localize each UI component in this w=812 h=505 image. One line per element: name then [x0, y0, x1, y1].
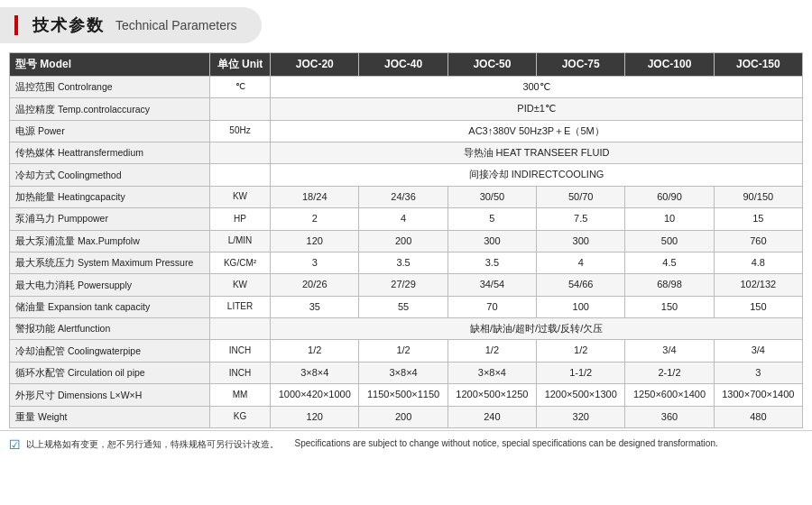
table-row: 最大系统压力 System Maximum PressureKG/CM²33.5…: [10, 252, 803, 273]
table-row: 泵浦马力 PumppowerHP2457.51015: [10, 208, 803, 230]
row-5-val-0: 18/24: [271, 186, 359, 207]
row-unit-2: 50Hz: [209, 120, 270, 142]
row-label-2: 电源 Power: [10, 120, 210, 142]
row-unit-4: [209, 164, 270, 186]
row-15-val-3: 320: [537, 406, 625, 427]
row-12-val-4: 3/4: [625, 340, 714, 362]
row-label-10: 储油量 Expansion tank capacity: [10, 296, 210, 317]
row-15-val-4: 360: [625, 406, 714, 427]
row-9-val-0: 20/26: [271, 274, 359, 296]
row-label-3: 传热媒体 Heattransfermedium: [10, 142, 210, 163]
row-7-val-0: 120: [271, 230, 359, 252]
row-unit-10: LITER: [209, 296, 270, 317]
row-9-val-5: 102/132: [714, 274, 802, 296]
table-row: 警报功能 Alertfunction缺相/缺油/超时/过载/反转/欠压: [10, 318, 803, 340]
row-6-val-0: 2: [271, 208, 359, 230]
row-span-3: 导热油 HEAT TRANSEER FLUID: [271, 142, 803, 163]
row-6-val-5: 15: [714, 208, 802, 230]
row-label-15: 重量 Weight: [10, 406, 210, 427]
table-row: 温控范围 Controlrange℃300℃: [10, 76, 803, 97]
table-row: 温控精度 Temp.controlaccuracyPID±1℃: [10, 98, 803, 120]
row-label-5: 加热能量 Heatingcapacity: [10, 186, 210, 207]
footer-note: ☑ 以上规格如有变更，恕不另行通知，特殊规格可另行设计改造。 Specifica…: [0, 430, 812, 459]
table-row: 加热能量 HeatingcapacityKW18/2424/3630/5050/…: [10, 186, 803, 207]
row-5-val-3: 50/70: [537, 186, 625, 207]
col-JOC-40: JOC-40: [359, 53, 448, 77]
row-label-13: 循环水配管 Circulation oil pipe: [10, 362, 210, 383]
row-13-val-1: 3×8×4: [359, 362, 448, 383]
row-7-val-4: 500: [625, 230, 714, 252]
row-unit-3: [209, 142, 270, 163]
row-9-val-3: 54/66: [537, 274, 625, 296]
table-wrapper: 型号 Model单位 UnitJOC-20JOC-40JOC-50JOC-75J…: [0, 52, 812, 428]
page-header: 技术参数 Technical Parameters: [0, 7, 262, 43]
col-JOC-100: JOC-100: [625, 53, 714, 77]
header-zh-title: 技术参数: [32, 14, 105, 36]
row-label-14: 外形尺寸 Dimensions L×W×H: [10, 384, 210, 406]
row-14-val-0: 1000×420×1000: [271, 384, 359, 406]
row-label-11: 警报功能 Alertfunction: [10, 318, 210, 340]
row-15-val-5: 480: [714, 406, 802, 427]
row-8-val-4: 4.5: [625, 252, 714, 273]
col----Unit: 单位 Unit: [209, 53, 270, 77]
row-9-val-2: 34/54: [448, 274, 536, 296]
row-8-val-1: 3.5: [359, 252, 448, 273]
col-JOC-150: JOC-150: [714, 53, 802, 77]
table-row: 冷却油配管 CoolingwaterpipeINCH1/21/21/21/23/…: [10, 340, 803, 362]
row-7-val-3: 300: [537, 230, 625, 252]
row-8-val-0: 3: [271, 252, 359, 273]
row-9-val-1: 27/29: [359, 274, 448, 296]
row-label-4: 冷却方式 Coolingmethod: [10, 164, 210, 186]
header-en-title: Technical Parameters: [115, 18, 237, 32]
row-10-val-3: 100: [537, 296, 625, 317]
row-12-val-0: 1/2: [271, 340, 359, 362]
row-unit-12: INCH: [209, 340, 270, 362]
table-row: 冷却方式 Coolingmethod间接冷却 INDIRECTCOOLING: [10, 164, 803, 186]
footer-en-note: Specifications are subject to change wit…: [295, 438, 718, 448]
row-9-val-4: 68/98: [625, 274, 714, 296]
row-unit-7: L/MIN: [209, 230, 270, 252]
row-13-val-2: 3×8×4: [448, 362, 536, 383]
row-unit-0: ℃: [209, 76, 270, 97]
row-label-9: 最大电力消耗 Powersupply: [10, 274, 210, 296]
row-unit-1: [209, 98, 270, 120]
row-10-val-2: 70: [448, 296, 536, 317]
row-5-val-2: 30/50: [448, 186, 536, 207]
row-12-val-3: 1/2: [537, 340, 625, 362]
row-unit-8: KG/CM²: [209, 252, 270, 273]
row-8-val-3: 4: [537, 252, 625, 273]
row-15-val-0: 120: [271, 406, 359, 427]
row-15-val-1: 200: [359, 406, 448, 427]
row-span-2: AC3↑380V 50Hz3P＋E（5M）: [271, 120, 803, 142]
row-13-val-3: 1-1/2: [537, 362, 625, 383]
col-model: 型号 Model: [10, 53, 210, 77]
row-unit-6: HP: [209, 208, 270, 230]
row-span-1: PID±1℃: [271, 98, 803, 120]
row-5-val-5: 90/150: [714, 186, 802, 207]
row-7-val-2: 300: [448, 230, 536, 252]
check-icon: ☑: [9, 437, 21, 452]
row-14-val-1: 1150×500×1150: [359, 384, 448, 406]
row-unit-15: KG: [209, 406, 270, 427]
row-8-val-5: 4.8: [714, 252, 802, 273]
row-12-val-5: 3/4: [714, 340, 802, 362]
row-unit-11: [209, 318, 270, 340]
row-label-1: 温控精度 Temp.controlaccuracy: [10, 98, 210, 120]
col-JOC-75: JOC-75: [537, 53, 625, 77]
table-row: 电源 Power50HzAC3↑380V 50Hz3P＋E（5M）: [10, 120, 803, 142]
spec-table: 型号 Model单位 UnitJOC-20JOC-40JOC-50JOC-75J…: [9, 52, 803, 428]
col-JOC-50: JOC-50: [448, 53, 536, 77]
row-13-val-5: 3: [714, 362, 802, 383]
row-6-val-3: 7.5: [537, 208, 625, 230]
row-span-11: 缺相/缺油/超时/过载/反转/欠压: [271, 318, 803, 340]
row-label-12: 冷却油配管 Coolingwaterpipe: [10, 340, 210, 362]
row-13-val-4: 2-1/2: [625, 362, 714, 383]
row-10-val-0: 35: [271, 296, 359, 317]
row-14-val-2: 1200×500×1250: [448, 384, 536, 406]
row-10-val-1: 55: [359, 296, 448, 317]
row-14-val-3: 1200×500×1300: [537, 384, 625, 406]
row-10-val-4: 150: [625, 296, 714, 317]
row-14-val-4: 1250×600×1400: [625, 384, 714, 406]
row-10-val-5: 150: [714, 296, 802, 317]
row-unit-5: KW: [209, 186, 270, 207]
